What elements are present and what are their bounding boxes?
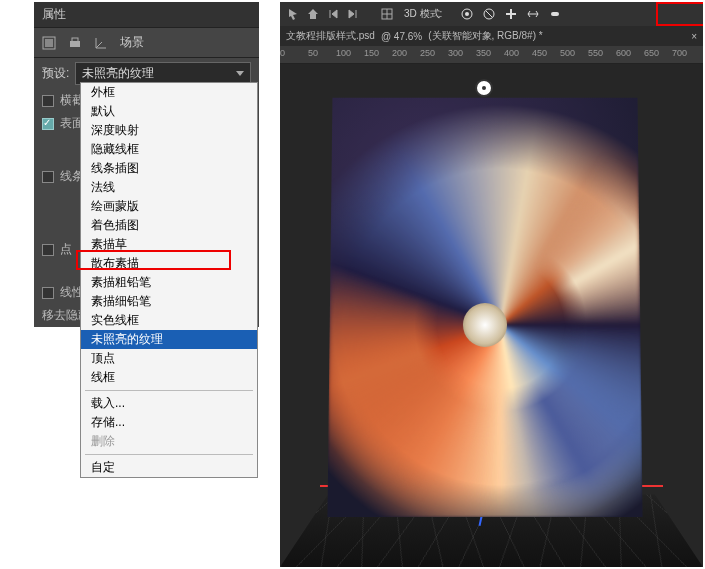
dd-item[interactable]: 线条插图 [81, 159, 257, 178]
label-point: 点 [60, 241, 72, 258]
checkbox-point[interactable] [42, 244, 54, 256]
dd-item[interactable]: 素描细铅笔 [81, 292, 257, 311]
dd-save[interactable]: 存储... [81, 413, 257, 432]
tab-layer: (关联智能对象, RGB/8#) * [428, 29, 542, 43]
svg-point-6 [465, 12, 469, 16]
pin-widget[interactable] [475, 79, 493, 97]
checkbox-crosssection[interactable] [42, 95, 54, 107]
ruler-tick: 400 [504, 48, 519, 58]
close-icon[interactable]: × [691, 31, 697, 42]
ruler-tick: 650 [644, 48, 659, 58]
pan-icon[interactable] [504, 7, 518, 21]
grid-icon[interactable] [380, 7, 394, 21]
coord-icon[interactable] [94, 36, 108, 50]
ruler-tick: 250 [420, 48, 435, 58]
checkbox-line[interactable] [42, 171, 54, 183]
mode-icons-group [452, 5, 570, 23]
ruler-tick: 350 [476, 48, 491, 58]
scene-label: 场景 [120, 34, 144, 51]
ruler-tick: 200 [392, 48, 407, 58]
preset-label: 预设: [42, 65, 69, 82]
print-icon[interactable] [68, 36, 82, 50]
slide-icon[interactable] [526, 7, 540, 21]
ruler-tick: 700 [672, 48, 687, 58]
ruler-tick: 300 [448, 48, 463, 58]
dd-delete: 删除 [81, 432, 257, 451]
tab-filename: 文教程排版样式.psd [286, 29, 375, 43]
ruler-tick: 100 [336, 48, 351, 58]
zoom-icon[interactable] [548, 7, 562, 21]
prev-icon[interactable] [326, 7, 340, 21]
preset-value: 未照亮的纹理 [82, 65, 154, 82]
checkbox-surface[interactable] [42, 118, 54, 130]
canvas-3d[interactable] [280, 64, 703, 567]
artwork-plane[interactable] [327, 98, 642, 517]
dd-custom[interactable]: 自定 [81, 458, 257, 477]
dd-item[interactable]: 绘画蒙版 [81, 197, 257, 216]
dd-item[interactable]: 着色插图 [81, 216, 257, 235]
dd-item[interactable]: 散布素描 [81, 254, 257, 273]
separator [85, 390, 253, 391]
panel-toolbar: 场景 [34, 28, 259, 58]
separator [85, 454, 253, 455]
panel-title: 属性 [34, 2, 259, 28]
dd-item[interactable]: 默认 [81, 102, 257, 121]
ruler-tick: 500 [560, 48, 575, 58]
dd-item[interactable]: 顶点 [81, 349, 257, 368]
dd-item[interactable]: 素描粗铅笔 [81, 273, 257, 292]
chevron-down-icon [236, 71, 244, 76]
dd-item[interactable]: 线框 [81, 368, 257, 387]
svg-rect-1 [45, 39, 53, 47]
home-icon[interactable] [306, 7, 320, 21]
next-icon[interactable] [346, 7, 360, 21]
roll-icon[interactable] [482, 7, 496, 21]
dd-item-selected[interactable]: 未照亮的纹理 [81, 330, 257, 349]
document-tab[interactable]: 文教程排版样式.psd @ 47.6% (关联智能对象, RGB/8#) * × [280, 26, 703, 46]
dd-item[interactable]: 法线 [81, 178, 257, 197]
select-tool-icon[interactable] [286, 7, 300, 21]
mode-label: 3D 模式: [400, 7, 446, 21]
ruler-horizontal: 0501001502002503003504004505005506006507… [280, 46, 703, 64]
ruler-tick: 550 [588, 48, 603, 58]
ruler-tick: 150 [364, 48, 379, 58]
ruler-tick: 450 [532, 48, 547, 58]
ruler-tick: 600 [616, 48, 631, 58]
mesh-icon[interactable] [42, 36, 56, 50]
ruler-tick: 50 [308, 48, 318, 58]
dd-item[interactable]: 素描草 [81, 235, 257, 254]
svg-rect-8 [551, 12, 559, 16]
ruler-tick: 0 [280, 48, 285, 58]
dd-item[interactable]: 隐藏线框 [81, 140, 257, 159]
viewport-3d: 3D 模式: 文教程排版样式.psd @ 47.6% (关联智能对象, RGB/… [280, 2, 703, 567]
dd-item[interactable]: 外框 [81, 83, 257, 102]
checkbox-linetype[interactable] [42, 287, 54, 299]
dd-item[interactable]: 实色线框 [81, 311, 257, 330]
swirl-center [463, 303, 507, 347]
preset-dropdown-list: 外框 默认 深度映射 隐藏线框 线条插图 法线 绘画蒙版 着色插图 素描草 散布… [80, 82, 258, 478]
tab-zoom: @ 47.6% [381, 31, 422, 42]
viewport-toolbar: 3D 模式: [280, 2, 703, 26]
orbit-icon[interactable] [460, 7, 474, 21]
dd-load[interactable]: 载入... [81, 394, 257, 413]
dd-item[interactable]: 深度映射 [81, 121, 257, 140]
